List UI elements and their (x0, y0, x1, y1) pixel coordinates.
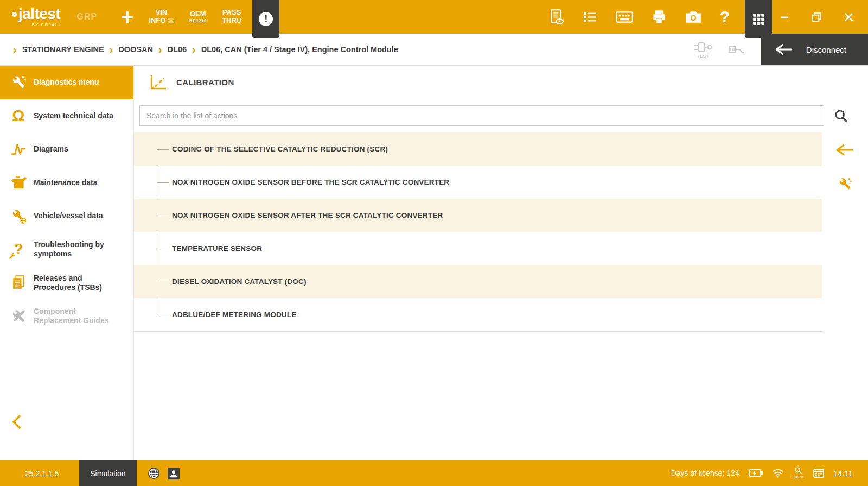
action-item-doc[interactable]: DIESEL OXIDATION CATALYST (DOC) (134, 265, 822, 298)
action-item-nox-before[interactable]: NOX NITROGEN OXIDE SENSOR BEFORE THE SCR… (134, 166, 822, 199)
version-label: 25.2.1.1.5 (25, 469, 59, 478)
oem-rp1210-button[interactable]: OEM RP1210 (189, 10, 207, 24)
chevron-right-icon (192, 44, 196, 55)
help-icon[interactable]: ? (720, 9, 730, 25)
checklist-icon[interactable] (583, 10, 597, 24)
action-item-temperature-sensor[interactable]: TEMPERATURE SENSOR (134, 232, 822, 265)
brand-name: jaltest (18, 7, 60, 22)
wifi-icon (772, 469, 784, 478)
sidebar-item-label: System technical data (34, 111, 113, 121)
oil-can-icon (9, 173, 28, 192)
search-icon[interactable] (834, 109, 848, 123)
jaltest-logo[interactable]: jaltest BY COJALI (12, 7, 60, 27)
alert-button[interactable] (252, 0, 279, 38)
breadcrumb-item-stationary-engine[interactable]: STATIONARY ENGINE (22, 45, 104, 54)
app-window: jaltest BY COJALI GRP VIN INFO OEM RP121… (0, 0, 868, 486)
globe-icon[interactable] (148, 467, 160, 479)
calibration-icon (148, 74, 167, 91)
zoom-level-label: 100 % (793, 475, 804, 479)
close-button[interactable] (844, 12, 854, 22)
logo-dot-icon (12, 12, 17, 17)
test-connector-icon: TEST (693, 41, 713, 59)
sidebar-item-releases-tsbs[interactable]: Releases and Procedures (TSBs) (0, 266, 133, 300)
report-eye-icon[interactable] (550, 9, 564, 25)
breadcrumb-bar: STATIONARY ENGINE DOOSAN DL06 DL06, CAN … (0, 34, 868, 66)
chevron-right-icon (13, 44, 17, 55)
vin-info-button[interactable]: VIN INFO (149, 9, 174, 25)
wrench-globe-icon (9, 206, 28, 226)
sidebar-item-label: Diagrams (34, 144, 68, 154)
action-item-coding-scr[interactable]: CODING OF THE SELECTIVE CATALYTIC REDUCT… (134, 132, 822, 166)
sidebar-item-label: Releases and Procedures (TSBs) (34, 274, 119, 292)
documents-icon (9, 273, 28, 293)
sidebar-item-label: Component Replacement Guides (34, 307, 119, 325)
sidebar-item-troubleshooting[interactable]: Troubleshooting by symptoms (0, 233, 133, 267)
sidebar-item-label: Diagnostics menu (34, 78, 99, 87)
add-icon[interactable] (121, 8, 133, 26)
sidebar-item-diagrams[interactable]: Diagrams (0, 132, 133, 166)
top-bar: jaltest BY COJALI GRP VIN INFO OEM RP121… (0, 0, 868, 34)
sidebar-item-label: Maintenance data (34, 178, 97, 187)
action-label: TEMPERATURE SENSOR (172, 244, 262, 253)
status-bar: 25.2.1.1.5 Simulation Days of license: 1… (0, 460, 868, 486)
apps-grid-button[interactable] (745, 0, 772, 38)
sidebar-item-label: Troubleshooting by symptoms (34, 240, 119, 258)
camera-icon[interactable] (685, 11, 701, 23)
back-chevron-icon[interactable] (12, 415, 21, 429)
sidebar-item-system-technical-data[interactable]: System technical data (0, 99, 133, 133)
action-label: ADBLUE/DEF METERING MODULE (172, 311, 296, 319)
action-label: NOX NITROGEN OXIDE SENSOR BEFORE THE SCR… (172, 178, 449, 186)
diagram-pulse-icon (9, 140, 28, 159)
printer-icon[interactable] (652, 9, 667, 24)
actions-list: CODING OF THE SELECTIVE CATALYTIC REDUCT… (134, 132, 822, 332)
sidebar-item-vehicle-vessel-data[interactable]: Vehicle/vessel data (0, 199, 133, 233)
diagnostics-icon (9, 73, 28, 92)
clock-label: 14:11 (833, 469, 853, 478)
calendar-icon[interactable] (813, 468, 824, 478)
back-arrow-icon[interactable] (835, 143, 854, 157)
sidebar: Diagnostics menu System technical data D… (0, 66, 134, 460)
action-label: DIESEL OXIDATION CATALYST (DOC) (172, 277, 307, 286)
diagnostics-shortcut-icon[interactable] (838, 176, 852, 191)
breadcrumb-item-system: DL06, CAN (Tier 4 / Stage IV), Engine Co… (201, 45, 398, 54)
omega-icon (9, 106, 28, 125)
apps-grid-icon (752, 12, 765, 26)
action-label: CODING OF THE SELECTIVE CATALYTIC REDUCT… (172, 145, 388, 153)
restore-button[interactable] (812, 12, 822, 22)
section-header: CALIBRATION (134, 66, 868, 99)
alert-icon (259, 12, 273, 26)
diagnostics-connector-icon (727, 43, 746, 56)
crossed-tools-icon (9, 306, 28, 326)
question-wrench-icon (9, 239, 28, 259)
test-label: TEST (697, 54, 709, 59)
action-item-nox-after[interactable]: NOX NITROGEN OXIDE SENSOR AFTER THE SCR … (134, 199, 822, 232)
action-label: NOX NITROGEN OXIDE SENSOR AFTER THE SCR … (172, 211, 443, 219)
disconnect-button[interactable]: Disconnect (761, 34, 868, 65)
breadcrumb-item-dl06[interactable]: DL06 (168, 45, 187, 54)
sidebar-item-diagnostics-menu[interactable]: Diagnostics menu (0, 66, 133, 99)
action-item-adblue-metering[interactable]: ADBLUE/DEF METERING MODULE (134, 298, 822, 331)
user-icon[interactable] (168, 468, 180, 479)
chevron-right-icon (110, 44, 113, 55)
search-input[interactable] (139, 105, 824, 126)
keyboard-mini-icon (168, 18, 174, 23)
battery-icon (749, 469, 763, 477)
chevron-right-icon (158, 44, 162, 55)
simulation-badge[interactable]: Simulation (79, 460, 136, 486)
zoom-control[interactable]: 100 % (793, 466, 804, 479)
zoom-magnifier-icon (794, 466, 802, 475)
main-panel: CALIBRATION CODING OF THE SELECTIVE CATA… (134, 66, 868, 460)
back-arrow-icon (775, 42, 793, 56)
sidebar-item-component-replacement-guides: Component Replacement Guides (0, 300, 133, 333)
sidebar-item-label: Vehicle/vessel data (34, 211, 103, 220)
license-days-label: Days of license: 124 (671, 469, 739, 477)
section-title: CALIBRATION (176, 78, 234, 87)
keyboard-icon[interactable] (616, 11, 633, 23)
pass-thru-button[interactable]: PASS THRU (222, 9, 241, 25)
minimize-button[interactable] (780, 12, 790, 22)
breadcrumb-item-doosan[interactable]: DOOSAN (118, 45, 153, 54)
grp-label: GRP (76, 12, 97, 22)
sidebar-item-maintenance-data[interactable]: Maintenance data (0, 166, 133, 200)
breadcrumb: STATIONARY ENGINE DOOSAN DL06 DL06, CAN … (13, 44, 693, 55)
brand-subtitle: BY COJALI (32, 23, 61, 27)
